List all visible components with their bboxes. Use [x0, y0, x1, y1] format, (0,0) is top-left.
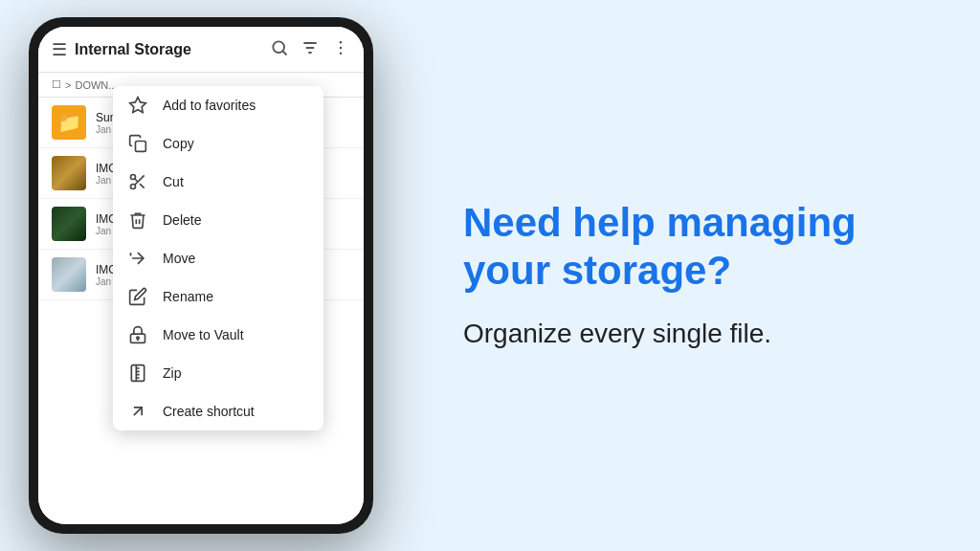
delete-label: Delete	[163, 212, 201, 228]
svg-point-6	[340, 46, 343, 49]
folder-thumb: 📁	[52, 105, 86, 140]
hamburger-icon[interactable]: ☰	[52, 39, 67, 60]
device-icon: ☐	[52, 78, 61, 91]
svg-point-16	[137, 337, 140, 340]
menu-item-shortcut[interactable]: Create shortcut	[113, 392, 323, 430]
svg-rect-9	[136, 142, 146, 152]
promo-subtext: Organize every single file.	[463, 315, 923, 352]
svg-marker-8	[130, 98, 146, 113]
svg-point-11	[131, 185, 136, 189]
shortcut-icon	[128, 402, 147, 421]
menu-item-rename[interactable]: Rename	[113, 277, 323, 316]
add-favorites-label: Add to favorites	[163, 98, 256, 113]
move-label: Move	[163, 251, 195, 266]
svg-line-1	[283, 51, 287, 55]
menu-item-vault[interactable]: Move to Vault	[113, 316, 323, 354]
move-icon	[128, 249, 147, 268]
filter-icon[interactable]	[301, 38, 320, 61]
image-thumb-2	[52, 207, 86, 241]
app-title: Internal Storage	[75, 41, 262, 58]
breadcrumb-folder[interactable]: DOWN...	[75, 79, 117, 91]
svg-line-13	[140, 184, 145, 188]
top-icons	[270, 38, 350, 61]
svg-point-7	[340, 52, 343, 55]
breadcrumb-separator: >	[65, 79, 71, 91]
zip-label: Zip	[163, 365, 181, 381]
menu-item-move[interactable]: Move	[113, 239, 323, 277]
svg-point-5	[340, 40, 343, 43]
svg-rect-18	[131, 365, 144, 382]
svg-line-24	[134, 408, 142, 415]
zip-icon	[128, 364, 147, 383]
menu-item-add-favorites[interactable]: Add to favorites	[113, 86, 323, 124]
svg-line-14	[135, 179, 138, 182]
cut-label: Cut	[163, 174, 184, 189]
context-menu: Add to favorites Copy	[113, 86, 323, 430]
copy-label: Copy	[163, 136, 194, 151]
svg-point-10	[131, 175, 136, 180]
shortcut-label: Create shortcut	[163, 404, 255, 419]
image-thumb-3	[52, 257, 86, 292]
trash-icon	[128, 210, 147, 230]
svg-point-0	[273, 41, 284, 53]
scissors-icon	[128, 172, 147, 191]
more-icon[interactable]	[331, 38, 350, 61]
phone-screen: ☰ Internal Storage	[38, 27, 364, 524]
vault-label: Move to Vault	[163, 327, 244, 342]
copy-icon	[128, 134, 147, 153]
lock-icon	[128, 325, 147, 344]
rename-label: Rename	[163, 289, 213, 304]
search-icon[interactable]	[270, 38, 289, 61]
phone-frame: ☰ Internal Storage	[29, 17, 373, 534]
promo-headline: Need help managing your storage?	[463, 199, 923, 296]
menu-item-delete[interactable]: Delete	[113, 201, 323, 239]
edit-icon	[128, 287, 147, 306]
star-icon	[128, 96, 147, 115]
menu-item-zip[interactable]: Zip	[113, 354, 323, 392]
promo-content: Need help managing your storage? Organiz…	[463, 199, 923, 352]
image-thumb-1	[52, 156, 86, 190]
top-bar: ☰ Internal Storage	[38, 27, 364, 73]
menu-item-copy[interactable]: Copy	[113, 124, 323, 163]
menu-item-cut[interactable]: Cut	[113, 163, 323, 201]
